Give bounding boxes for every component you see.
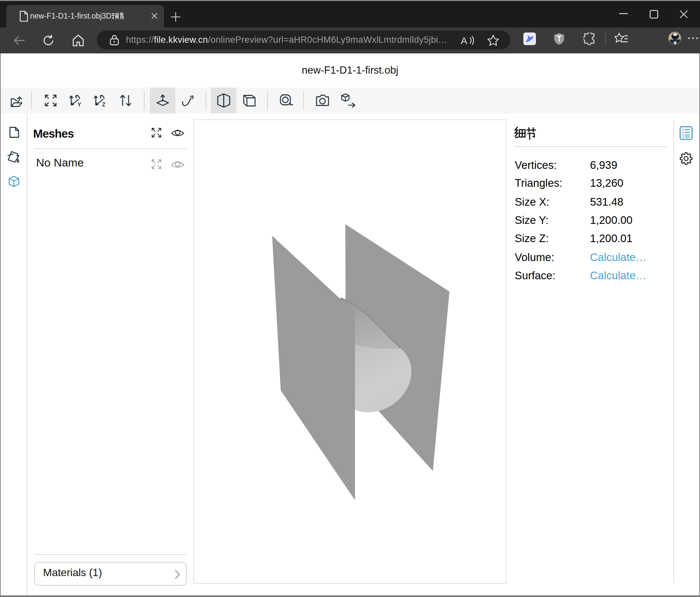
svg-text:Y: Y [78, 102, 81, 107]
svg-text:A: A [461, 35, 467, 46]
svg-text:Z: Z [102, 102, 105, 107]
